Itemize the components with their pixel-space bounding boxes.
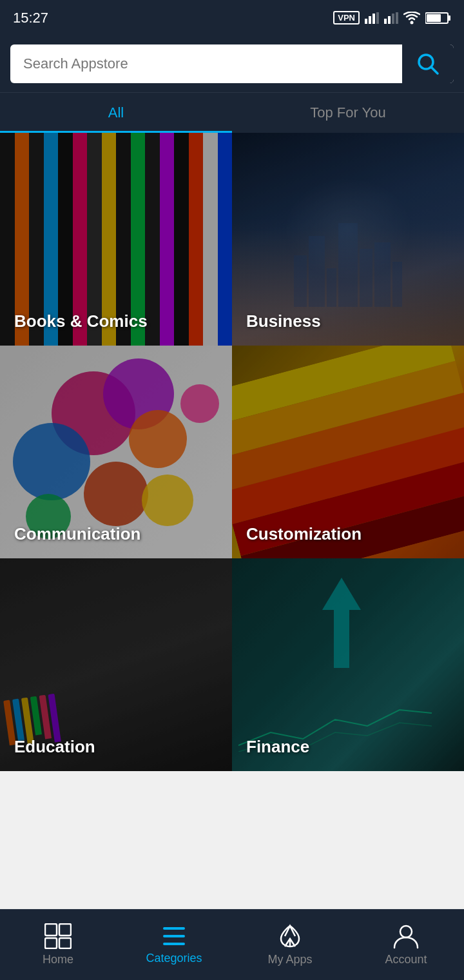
category-label-customization: Customization: [246, 524, 362, 544]
categories-grid: Books & Comics Business: [0, 133, 464, 771]
tab-all[interactable]: All: [0, 93, 232, 133]
svg-rect-11: [427, 14, 441, 22]
status-time: 15:27: [13, 10, 48, 26]
category-label-communication: Communication: [14, 524, 140, 544]
tabs-container: All Top For You: [0, 92, 464, 133]
signal-icon-2: [384, 12, 398, 24]
svg-rect-5: [388, 16, 391, 24]
my-apps-icon: [276, 923, 304, 949]
search-bar: [10, 44, 454, 83]
svg-rect-17: [45, 938, 57, 948]
signal-icon-1: [365, 12, 379, 24]
svg-rect-1: [369, 16, 371, 24]
svg-rect-3: [376, 12, 379, 24]
nav-account[interactable]: Account: [374, 923, 438, 966]
search-button[interactable]: [402, 44, 454, 83]
nav-home-label: Home: [43, 953, 73, 966]
svg-rect-2: [372, 14, 375, 24]
bottom-nav: Home Categories My Apps Account: [0, 909, 464, 980]
svg-rect-7: [396, 12, 398, 24]
vpn-icon: VPN: [333, 11, 360, 24]
status-icons: VPN: [333, 11, 451, 24]
nav-account-label: Account: [385, 953, 427, 966]
account-icon: [393, 923, 419, 949]
search-bar-container: [0, 35, 464, 92]
category-customization[interactable]: Customization: [232, 346, 464, 558]
nav-home[interactable]: Home: [26, 923, 90, 966]
svg-rect-18: [59, 938, 71, 948]
category-books[interactable]: Books & Comics: [0, 133, 232, 346]
home-icon: [44, 923, 72, 949]
categories-icon: [160, 925, 188, 948]
tab-top-for-you[interactable]: Top For You: [232, 93, 464, 133]
svg-rect-6: [392, 14, 394, 24]
category-finance[interactable]: Finance: [232, 558, 464, 771]
svg-line-13: [431, 67, 438, 74]
nav-my-apps-label: My Apps: [267, 953, 312, 966]
search-icon: [416, 52, 440, 76]
category-education[interactable]: Education: [0, 558, 232, 771]
svg-rect-16: [59, 924, 71, 936]
battery-icon: [425, 12, 451, 24]
nav-categories[interactable]: Categories: [142, 925, 206, 965]
nav-my-apps[interactable]: My Apps: [258, 923, 322, 966]
search-input[interactable]: [10, 55, 402, 72]
svg-rect-0: [365, 19, 367, 24]
wifi-icon: [403, 12, 420, 24]
svg-point-23: [400, 926, 412, 937]
svg-rect-4: [384, 19, 387, 24]
nav-categories-label: Categories: [146, 952, 202, 965]
category-label-education: Education: [14, 737, 95, 757]
category-label-books: Books & Comics: [14, 311, 148, 331]
category-label-finance: Finance: [246, 737, 309, 757]
svg-rect-15: [45, 924, 57, 936]
svg-rect-10: [448, 15, 450, 21]
category-label-business: Business: [246, 311, 321, 331]
category-business[interactable]: Business: [232, 133, 464, 346]
main-content: Books & Comics Business: [0, 133, 464, 842]
status-bar: 15:27 VPN: [0, 0, 464, 35]
category-communication[interactable]: Communication: [0, 346, 232, 558]
svg-point-8: [411, 21, 414, 24]
